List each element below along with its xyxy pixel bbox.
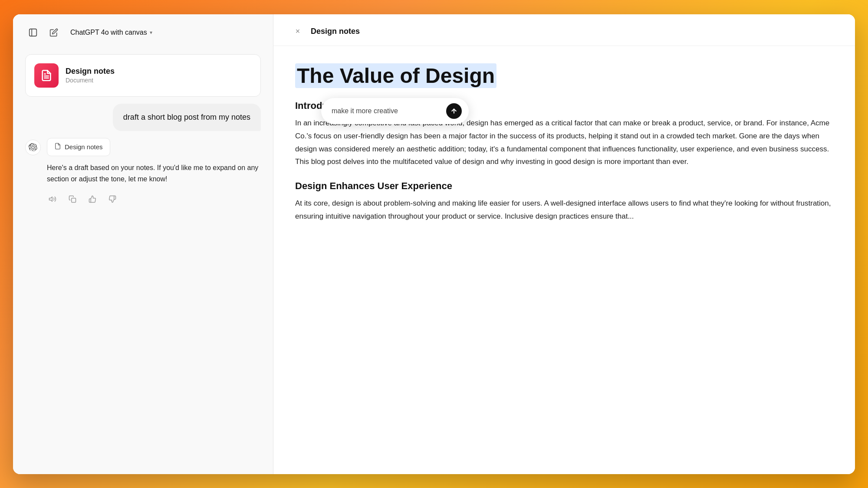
model-name-label: ChatGPT 4o with canvas bbox=[70, 29, 147, 36]
right-content: make it more creative The Value of Desig… bbox=[273, 46, 855, 474]
doc-title-wrapper: The Value of Design bbox=[295, 63, 833, 88]
svg-marker-4 bbox=[49, 197, 53, 202]
user-message-container: draft a short blog post from my notes bbox=[25, 104, 261, 131]
card-subtitle: Document bbox=[66, 77, 115, 84]
section2-paragraph: At its core, design is about problem-sol… bbox=[295, 197, 833, 223]
left-content: Design notes Document draft a short blog… bbox=[13, 47, 273, 474]
doc-ref-icon bbox=[54, 143, 61, 151]
right-header-title: Design notes bbox=[311, 27, 360, 36]
svg-rect-0 bbox=[30, 29, 37, 36]
close-panel-button[interactable]: × bbox=[291, 25, 305, 39]
copy-button[interactable] bbox=[67, 193, 78, 205]
card-text: Design notes Document bbox=[66, 67, 115, 84]
chevron-down-icon: ▾ bbox=[150, 29, 152, 36]
thumbs-up-button[interactable] bbox=[87, 193, 98, 205]
right-panel: × Design notes make it more creative The… bbox=[273, 14, 855, 474]
model-selector-button[interactable]: ChatGPT 4o with canvas ▾ bbox=[67, 27, 156, 38]
doc-title: The Value of Design bbox=[295, 63, 496, 88]
new-chat-button[interactable] bbox=[46, 25, 62, 40]
doc-ref-label: Design notes bbox=[65, 143, 103, 151]
design-notes-card[interactable]: Design notes Document bbox=[25, 54, 261, 97]
audio-button[interactable] bbox=[47, 193, 58, 205]
gpt-avatar bbox=[25, 140, 41, 155]
thumbs-down-button[interactable] bbox=[107, 193, 118, 205]
inline-prompt-popup[interactable]: make it more creative bbox=[321, 98, 469, 124]
section2-heading: Design Enhances User Experience bbox=[295, 180, 833, 192]
user-message-bubble: draft a short blog post from my notes bbox=[113, 104, 261, 131]
action-icons-row bbox=[47, 193, 261, 205]
inline-prompt-text: make it more creative bbox=[332, 107, 441, 115]
doc-ref-tag[interactable]: Design notes bbox=[47, 138, 110, 156]
inline-prompt-send-button[interactable] bbox=[446, 103, 462, 119]
left-header: ChatGPT 4o with canvas ▾ bbox=[13, 14, 273, 47]
card-title: Design notes bbox=[66, 67, 115, 76]
assistant-response: Design notes Here's a draft based on you… bbox=[25, 138, 261, 205]
main-window: ChatGPT 4o with canvas ▾ bbox=[13, 14, 855, 474]
doc-icon-wrapper bbox=[34, 63, 59, 88]
sidebar-toggle-button[interactable] bbox=[25, 25, 41, 40]
left-panel: ChatGPT 4o with canvas ▾ bbox=[13, 14, 273, 474]
intro-paragraph: In an increasingly competitive and fast-… bbox=[295, 117, 833, 168]
assistant-text: Here's a draft based on your notes. If y… bbox=[47, 162, 261, 185]
svg-rect-5 bbox=[72, 198, 76, 203]
assistant-body: Design notes Here's a draft based on you… bbox=[47, 138, 261, 205]
right-header: × Design notes bbox=[273, 14, 855, 46]
